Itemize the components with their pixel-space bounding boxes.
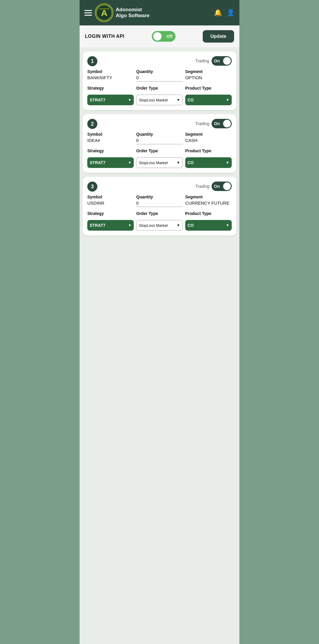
api-login-bar: LOGIN WITH API Off Update <box>80 25 239 47</box>
api-toggle[interactable]: Off <box>152 31 175 42</box>
order-type-field-3: Order Type <box>136 211 183 216</box>
quantity-field-3: Quantity 0 <box>136 195 183 207</box>
trading-toggle-knob-1 <box>223 57 231 65</box>
trading-toggle-2[interactable]: On <box>212 119 232 128</box>
order-type-dropdown-1[interactable]: StopLoss Market ▼ <box>136 95 183 105</box>
order-type-field-2: Order Type <box>136 148 183 153</box>
trading-label-3: Trading <box>195 184 209 189</box>
header-right: 🔔 👤 <box>214 9 235 17</box>
product-type-field-2: Product Type <box>185 148 232 153</box>
product-type-dropdown-2[interactable]: CO ▼ <box>185 157 232 168</box>
trading-toggle-knob-3 <box>223 182 231 190</box>
order-type-dropdown-arrow-2: ▼ <box>177 161 180 165</box>
segment-field-2: Segment CASH <box>185 132 232 144</box>
user-profile-button[interactable]: 👤 <box>227 9 235 17</box>
segment-value-2: CASH <box>185 138 232 143</box>
quantity-field-2: Quantity 0 <box>136 132 183 144</box>
strategy-card-1: 1 Trading On Symbol BANKNIFTY Quantity 0… <box>83 51 236 110</box>
header-left: A adonomist Adonomist Algo Software <box>84 4 149 22</box>
api-label: LOGIN WITH API <box>85 34 125 39</box>
notification-button[interactable]: 🔔 <box>214 9 222 17</box>
trading-label-1: Trading <box>195 59 209 63</box>
quantity-label-2: Quantity <box>136 132 183 137</box>
fields-row-2b-labels: Strategy Order Type Product Type <box>87 148 232 153</box>
strategy-label-2: Strategy <box>87 148 134 153</box>
strategy-dropdown-2[interactable]: STRAT7 ▼ <box>87 157 134 168</box>
product-type-label-1: Product Type <box>185 86 232 90</box>
trading-toggle-3[interactable]: On <box>212 182 232 191</box>
trading-toggle-1[interactable]: On <box>212 56 232 66</box>
product-type-dropdown-3[interactable]: CO ▼ <box>185 220 232 231</box>
quantity-value-1: 0 <box>136 75 183 82</box>
selects-row-3: STRAT7 ▼ StopLoss Market ▼ CO ▼ <box>87 220 232 231</box>
selects-row-2: STRAT7 ▼ StopLoss Market ▼ CO ▼ <box>87 157 232 168</box>
symbol-field-3: Symbol USDINR <box>87 195 134 207</box>
symbol-label-3: Symbol <box>87 195 134 199</box>
quantity-label-1: Quantity <box>136 69 183 74</box>
app-name: Adonomist Algo Software <box>116 7 149 19</box>
symbol-label-2: Symbol <box>87 132 134 137</box>
trading-toggle-label-3: On <box>214 184 220 189</box>
strategy-dropdown-arrow-1: ▼ <box>128 98 131 102</box>
product-type-dropdown-arrow-3: ▼ <box>226 223 229 227</box>
toggle-state-label: Off <box>166 34 172 39</box>
segment-label-3: Segment <box>185 195 232 199</box>
strategy-dropdown-1[interactable]: STRAT7 ▼ <box>87 95 134 105</box>
fields-row-1b-labels: Strategy Order Type Product Type <box>87 86 232 90</box>
strategy-dropdown-3[interactable]: STRAT7 ▼ <box>87 220 134 231</box>
strategy-card-2: 2 Trading On Symbol IDEA# Quantity 0 Seg… <box>83 114 236 173</box>
product-type-label-3: Product Type <box>185 211 232 216</box>
api-toggle-area: Off <box>152 31 175 42</box>
segment-label-1: Segment <box>185 69 232 74</box>
order-type-dropdown-2[interactable]: StopLoss Market ▼ <box>136 157 183 168</box>
segment-field-3: Segment CURRENCY FUTURE <box>185 195 232 207</box>
fields-row-3b-labels: Strategy Order Type Product Type <box>87 211 232 216</box>
symbol-value-2: IDEA# <box>87 138 134 143</box>
order-type-field-1: Order Type <box>136 86 183 90</box>
fields-row-3a: Symbol USDINR Quantity 0 Segment CURRENC… <box>87 195 232 207</box>
strategy-card-3: 3 Trading On Symbol USDINR Quantity 0 Se… <box>83 177 236 235</box>
product-type-dropdown-arrow-2: ▼ <box>226 161 229 165</box>
order-type-label-1: Order Type <box>136 86 183 90</box>
card-header-3: 3 Trading On <box>87 182 232 191</box>
main-content: 1 Trading On Symbol BANKNIFTY Quantity 0… <box>80 47 239 644</box>
card-header-1: 1 Trading On <box>87 56 232 66</box>
logo-icon: A adonomist <box>95 4 113 22</box>
card-number-2: 2 <box>87 119 97 129</box>
order-type-dropdown-arrow-3: ▼ <box>177 223 180 227</box>
fields-row-2a: Symbol IDEA# Quantity 0 Segment CASH <box>87 132 232 144</box>
card-number-3: 3 <box>87 182 97 192</box>
order-type-dropdown-3[interactable]: StopLoss Market ▼ <box>136 220 183 231</box>
segment-label-2: Segment <box>185 132 232 137</box>
card-number-1: 1 <box>87 56 97 66</box>
symbol-value-3: USDINR <box>87 200 134 206</box>
strategy-dropdown-arrow-2: ▼ <box>128 161 131 165</box>
logo: A adonomist Adonomist Algo Software <box>95 4 149 22</box>
symbol-label-1: Symbol <box>87 69 134 74</box>
order-type-label-3: Order Type <box>136 211 183 216</box>
quantity-value-2: 0 <box>136 138 183 144</box>
product-type-dropdown-1[interactable]: CO ▼ <box>185 95 232 105</box>
quantity-label-3: Quantity <box>136 195 183 199</box>
selects-row-1: STRAT7 ▼ StopLoss Market ▼ CO ▼ <box>87 95 232 105</box>
update-button[interactable]: Update <box>203 30 234 43</box>
product-type-label-2: Product Type <box>185 148 232 153</box>
fields-row-1a: Symbol BANKNIFTY Quantity 0 Segment OPTI… <box>87 69 232 82</box>
hamburger-menu[interactable] <box>84 10 92 16</box>
product-type-dropdown-arrow-1: ▼ <box>226 98 229 102</box>
segment-value-3: CURRENCY FUTURE <box>185 200 232 206</box>
segment-field-1: Segment OPTION <box>185 69 232 82</box>
trading-toggle-label-2: On <box>214 121 220 126</box>
trading-toggle-label-1: On <box>214 59 220 63</box>
toggle-knob <box>153 32 162 41</box>
trading-toggle-knob-2 <box>223 120 231 127</box>
symbol-field-1: Symbol BANKNIFTY <box>87 69 134 82</box>
order-type-label-2: Order Type <box>136 148 183 153</box>
svg-text:adonomist: adonomist <box>99 8 109 10</box>
card-header-2: 2 Trading On <box>87 119 232 128</box>
strategy-field-2: Strategy <box>87 148 134 153</box>
strategy-field-3: Strategy <box>87 211 134 216</box>
app-header: A adonomist Adonomist Algo Software 🔔 👤 <box>80 0 239 25</box>
quantity-field-1: Quantity 0 <box>136 69 183 82</box>
strategy-label-1: Strategy <box>87 86 134 90</box>
